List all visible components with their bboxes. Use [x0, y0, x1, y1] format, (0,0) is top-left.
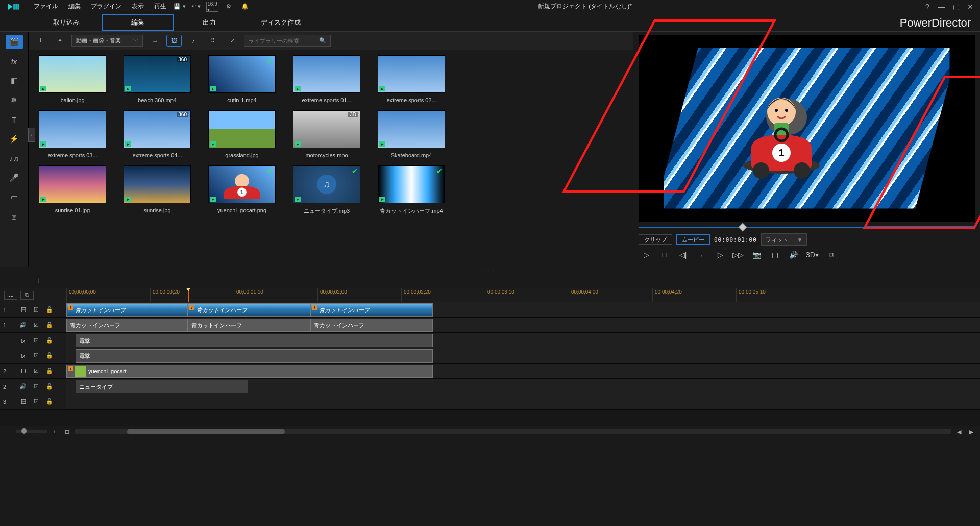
time-ruler[interactable]: 00;00;00;0000;00;00;2000;00;01;1000;00;0… — [66, 288, 980, 302]
clip[interactable]: 電撃 — [76, 334, 433, 347]
particle-room-icon[interactable]: ❄ — [6, 93, 23, 107]
clip[interactable]: 青カットインハーフ — [188, 319, 310, 332]
clip[interactable]: 青カットインハーフ — [66, 319, 188, 332]
snapshot-icon[interactable]: 📷 — [751, 249, 762, 260]
ruler-tool-2[interactable]: ⧉ — [20, 291, 34, 300]
playhead[interactable] — [188, 288, 189, 302]
track-lane[interactable]: 電撃 — [66, 348, 980, 363]
library-item[interactable]: ▸extreme sports 01... — [291, 55, 362, 103]
menu-plugin[interactable]: プラグイン — [86, 2, 127, 11]
3d-button[interactable]: 3D ▾ — [806, 249, 819, 260]
filter-audio-icon[interactable]: ♪ — [186, 35, 201, 47]
undo-icon[interactable]: ↶ ▾ — [190, 2, 202, 12]
media-room-icon[interactable]: 🎬 — [6, 35, 23, 49]
scroll-left-icon[interactable]: ◀ — [954, 428, 964, 435]
search-input[interactable] — [249, 38, 319, 44]
library-item[interactable]: ▸extreme sports 03... — [37, 110, 108, 158]
track-lane[interactable] — [66, 394, 980, 409]
clip[interactable]: iyuenchi_gocart — [66, 365, 433, 378]
library-item[interactable]: 3D▸motorcycles.mpo — [291, 110, 362, 158]
track-header[interactable]: fx☑🔓 — [0, 333, 66, 348]
scroll-right-icon[interactable]: ▶ — [967, 428, 976, 435]
subtitle-room-icon[interactable]: ⎚ — [6, 209, 23, 224]
zoom-fit-icon[interactable]: ⊡ — [62, 428, 71, 435]
close-icon[interactable]: ✕ — [965, 3, 976, 11]
ruler-tool-1[interactable]: ☷ — [4, 291, 17, 300]
track-header[interactable]: 1.🎞☑🔓 — [0, 302, 66, 317]
fit-dropdown[interactable]: フィット ▼ — [761, 233, 807, 246]
undock-icon[interactable]: ⧉ — [826, 249, 837, 260]
seg-clip-button[interactable]: クリップ — [639, 234, 672, 245]
clip[interactable]: i青カットインハーフ — [310, 303, 433, 317]
menu-file[interactable]: ファイル — [29, 2, 63, 11]
menu-play[interactable]: 再生 — [149, 2, 172, 11]
library-item[interactable]: ▸ballon.jpg — [37, 55, 108, 103]
save-icon[interactable]: 💾 ▾ — [174, 2, 186, 12]
scrubber-knob[interactable] — [738, 223, 747, 231]
track-lane[interactable]: 電撃 — [66, 333, 980, 348]
seg-movie-button[interactable]: ムービー — [676, 234, 710, 245]
zoom-slider[interactable] — [16, 430, 47, 433]
voice-room-icon[interactable]: 🎤 — [6, 171, 23, 185]
play-icon[interactable]: ▷ — [641, 249, 652, 260]
tab-disc[interactable]: ディスク作成 — [245, 15, 316, 30]
horizontal-splitter[interactable]: ······ — [0, 267, 980, 273]
align-icon[interactable]: ⫴ — [31, 275, 45, 286]
filter-image-icon[interactable]: 🖼 — [166, 35, 182, 47]
fx-room-icon[interactable]: fx — [6, 54, 23, 68]
tab-import[interactable]: 取り込み — [31, 15, 102, 30]
volume-icon[interactable]: 🔊 — [788, 249, 799, 260]
preview-screen[interactable]: 1 — [639, 35, 975, 222]
title-room-icon[interactable]: T — [6, 112, 23, 127]
filter-video-icon[interactable]: ▭ — [147, 35, 162, 47]
settings-icon[interactable]: ⚙ — [223, 2, 235, 12]
next-frame-icon[interactable]: |▷ — [714, 249, 725, 260]
library-item[interactable]: ✔1▸yuenchi_gocart.png — [206, 165, 278, 215]
track-header[interactable]: 2.🔊☑🔓 — [0, 379, 66, 394]
trim-icon[interactable]: ⫟ — [696, 249, 707, 260]
library-item[interactable]: 360▸beach 360.mp4 — [121, 55, 193, 103]
track-header[interactable]: 2.🎞☑🔓 — [0, 364, 66, 378]
track-header[interactable]: 1.🔊☑🔓 — [0, 318, 66, 332]
zoom-out-icon[interactable]: − — [4, 428, 13, 435]
minimize-icon[interactable]: — — [936, 3, 947, 11]
plugin-icon[interactable]: ✦ — [52, 35, 67, 47]
expand-icon[interactable]: ⤢ — [225, 35, 240, 47]
pip-room-icon[interactable]: ◧ — [6, 74, 23, 88]
audio-room-icon[interactable]: ♪♫ — [6, 151, 23, 165]
clip[interactable]: i青カットインハーフ — [188, 303, 310, 317]
tab-edit[interactable]: 編集 — [102, 14, 174, 31]
transition-room-icon[interactable]: ⚡ — [6, 132, 23, 146]
track-header[interactable]: 3.🎞☑🔓 — [0, 394, 66, 409]
track-lane[interactable]: iyuenchi_gocart — [66, 364, 980, 378]
track-lane[interactable]: ニュータイプ — [66, 379, 980, 394]
view-grid-icon[interactable]: ⠿ — [205, 35, 220, 47]
stop-icon[interactable]: □ — [659, 249, 670, 260]
library-item[interactable]: ✔▸青カットインハーフ.mp4 — [376, 165, 447, 215]
help-icon[interactable]: ? — [922, 3, 933, 11]
chapter-room-icon[interactable]: ▭ — [6, 190, 23, 204]
prev-frame-icon[interactable]: ◁| — [677, 249, 689, 260]
clip[interactable]: 電撃 — [76, 349, 433, 363]
library-item[interactable]: ▸extreme sports 02... — [376, 55, 447, 103]
library-item[interactable]: ▸grassland.jpg — [206, 110, 278, 158]
library-item[interactable]: ▸Skateboard.mp4 — [376, 110, 447, 158]
track-lane[interactable]: 青カットインハーフ青カットインハーフ青カットインハーフ — [66, 318, 980, 332]
library-item[interactable]: ▸sunrise 01.jpg — [37, 165, 108, 215]
aspect-icon[interactable]: 16:9 ▾ — [206, 2, 218, 12]
library-search[interactable]: 🔍 — [244, 35, 331, 47]
clip[interactable]: ニュータイプ — [76, 380, 248, 393]
menu-edit[interactable]: 編集 — [63, 2, 86, 11]
library-item[interactable]: 360▸extreme sports 04... — [121, 110, 193, 158]
track-lane[interactable]: i青カットインハーフi青カットインハーフi青カットインハーフ — [66, 302, 980, 317]
notification-icon[interactable]: 🔔 — [239, 2, 251, 12]
zoom-in-icon[interactable]: + — [50, 428, 59, 435]
clip[interactable]: i青カットインハーフ — [66, 303, 188, 317]
rail-expand-icon[interactable]: › — [28, 128, 35, 142]
media-filter-dropdown[interactable]: 動画・画像・音楽 ﹀ — [71, 35, 143, 47]
library-item[interactable]: ✔♫▸ニュータイプ.mp3 — [291, 165, 362, 215]
quality-icon[interactable]: ▤ — [769, 249, 780, 260]
clip[interactable]: 青カットインハーフ — [310, 319, 433, 332]
maximize-icon[interactable]: ▢ — [950, 3, 962, 11]
tab-output[interactable]: 出力 — [174, 15, 245, 30]
